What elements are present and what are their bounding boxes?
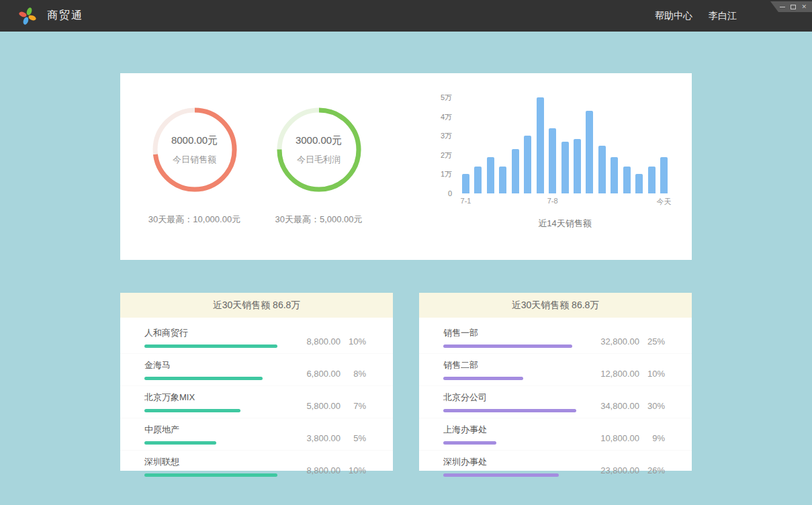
rank-row: 金海马6,800.008%: [120, 353, 393, 385]
x-axis-label: 7-8: [547, 197, 558, 205]
rank-values: 5,800.007%: [291, 401, 366, 411]
rank-percent: 25%: [639, 336, 665, 347]
customer-sales-ranking-card: 近30天销售额 86.8万 人和商贸行8,800.0010%金海马6,800.0…: [120, 293, 393, 471]
sales-bar: [474, 167, 482, 193]
rank-row: 北京万象MIX5,800.007%: [120, 385, 393, 418]
ranking-row: 近30天销售额 86.8万 人和商贸行8,800.0010%金海马6,800.0…: [120, 293, 692, 471]
rank-row: 深圳联想8,800.0010%: [120, 450, 393, 482]
sales-bar: [635, 174, 643, 193]
today-sales-30day-max: 30天最高：10,000.00元: [132, 214, 257, 226]
pinwheel-logo-icon: [17, 6, 38, 26]
bar-chart-x-axis: 7-17-8今天: [462, 197, 668, 206]
rank-amount: 6,800.00: [291, 369, 341, 379]
rank-amount: 3,800.00: [291, 433, 341, 443]
bar-chart-title: 近14天销售额: [462, 218, 668, 230]
rank-row: 上海办事处10,800.009%: [419, 418, 692, 450]
sales-bar: [611, 157, 618, 193]
department-sales-ranking-card: 近30天销售额 86.8万 销售一部32,800.0025%销售二部12,800…: [419, 293, 692, 471]
rank-percent: 8%: [341, 369, 366, 379]
rank-values: 12,800.0010%: [590, 369, 665, 379]
sales-bar: [512, 149, 519, 193]
y-axis-tick: 5万: [441, 93, 452, 102]
y-axis-tick: 2万: [441, 150, 452, 160]
today-profit-gauge: 3000.00元 今日毛利润 30天最高：5,000.00元: [257, 73, 381, 260]
customer-ranking-title: 近30天销售额 86.8万: [213, 300, 301, 312]
rank-row: 销售二部12,800.0010%: [419, 353, 692, 385]
rank-values: 3,800.005%: [291, 433, 366, 443]
rank-row: 深圳办事处23,800.0026%: [419, 450, 692, 482]
rank-percent: 10%: [341, 336, 366, 347]
rank-amount: 5,800.00: [291, 401, 341, 411]
rank-row: 中原地产3,800.005%: [120, 418, 393, 450]
rank-percent: 9%: [639, 433, 665, 443]
rank-amount: 10,800.00: [590, 433, 639, 443]
rank-amount: 23,800.00: [590, 465, 639, 475]
dashboard: 8000.00元 今日销售额 30天最高：10,000.00元 3000.00元…: [120, 73, 692, 471]
help-center-link[interactable]: 帮助中心: [655, 10, 692, 22]
rank-amount: 34,800.00: [590, 401, 639, 411]
today-sales-gauge: 8000.00元 今日销售额 30天最高：10,000.00元: [132, 73, 257, 260]
rank-percent: 10%: [341, 465, 366, 475]
rank-values: 10,800.009%: [590, 433, 665, 443]
y-axis-tick: 3万: [441, 131, 452, 140]
sales-bar: [462, 174, 469, 193]
sales-bar: [499, 167, 506, 193]
rank-percent: 26%: [639, 465, 665, 475]
sales-bar: [549, 128, 556, 193]
minimize-icon[interactable]: [780, 7, 785, 7]
today-sales-label: 今日销售额: [173, 154, 216, 166]
department-ranking-title: 近30天销售额 86.8万: [512, 300, 600, 312]
rank-progress-bar: [443, 441, 496, 445]
x-axis-label: 今天: [657, 197, 672, 207]
rank-amount: 12,800.00: [590, 369, 639, 379]
today-profit-value: 3000.00元: [296, 134, 342, 147]
rank-values: 8,800.0010%: [291, 336, 366, 347]
sales-bar: [598, 146, 606, 194]
rank-amount: 8,800.00: [291, 336, 341, 347]
y-axis-tick: 4万: [441, 112, 452, 122]
sales-bar: [574, 139, 581, 194]
sales-bar: [537, 97, 544, 193]
today-sales-value: 8000.00元: [171, 134, 218, 147]
rank-progress-bar: [443, 409, 576, 412]
rank-values: 23,800.0026%: [590, 465, 665, 475]
rank-percent: 5%: [341, 433, 366, 443]
sales-bar: [623, 167, 631, 193]
brand: 商贸通: [17, 6, 83, 26]
username-menu[interactable]: 李白江: [709, 10, 737, 22]
rank-values: 34,800.0030%: [590, 401, 665, 411]
rank-percent: 10%: [639, 369, 665, 379]
today-summary-card: 8000.00元 今日销售额 30天最高：10,000.00元 3000.00元…: [120, 73, 692, 260]
rank-amount: 32,800.00: [590, 336, 639, 347]
rank-progress-bar: [144, 473, 277, 477]
y-axis-tick: 0: [448, 189, 452, 198]
rank-row: 北京分公司34,800.0030%: [419, 385, 692, 418]
titlebar-right: 帮助中心 李白江: [655, 10, 737, 22]
sales-bar: [660, 157, 668, 193]
maximize-icon[interactable]: [791, 5, 796, 9]
sales-bar: [586, 111, 593, 193]
rank-progress-bar: [443, 377, 523, 380]
rank-progress-bar: [144, 377, 263, 380]
today-profit-30day-max: 30天最高：5,000.00元: [257, 214, 381, 226]
rank-percent: 7%: [341, 401, 366, 411]
x-axis-label: 7-1: [461, 197, 471, 205]
app-title: 商贸通: [47, 9, 83, 23]
today-profit-label: 今日毛利润: [297, 154, 341, 166]
bar-chart-y-axis: 5万4万3万2万1万0: [435, 97, 452, 193]
sales-14day-bar-chart: 5万4万3万2万1万0 7-17-8今天 近14天销售额: [435, 73, 668, 260]
close-icon[interactable]: ✕: [801, 4, 807, 10]
rank-progress-bar: [443, 473, 559, 477]
sales-bar: [524, 136, 531, 193]
rank-progress-bar: [144, 345, 277, 348]
rank-progress-bar: [443, 345, 572, 348]
rank-percent: 30%: [639, 401, 665, 411]
sales-bar: [648, 167, 656, 193]
window-controls: ✕: [770, 1, 812, 12]
rank-row: 人和商贸行8,800.0010%: [120, 322, 393, 353]
titlebar: 商贸通 帮助中心 李白江 ✕: [0, 0, 812, 32]
rank-amount: 8,800.00: [291, 465, 341, 475]
rank-values: 32,800.0025%: [590, 336, 665, 347]
sales-bar: [561, 142, 569, 193]
bar-chart-plot: [462, 97, 668, 193]
